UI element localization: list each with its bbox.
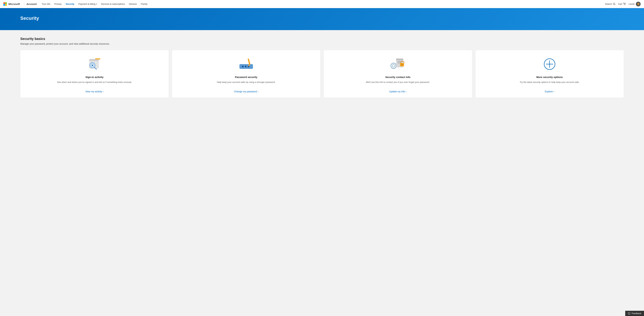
sign-in-activity-icon [86, 56, 103, 72]
nav-services-subscriptions[interactable]: Services & subscriptions [99, 2, 127, 6]
svg-rect-41 [628, 312, 630, 314]
account-label: Account [26, 2, 37, 6]
nav-security[interactable]: Security [64, 2, 76, 6]
main-content: Security basics Manage your password, pr… [0, 30, 644, 108]
more-security-card: More security options Try the latest sec… [476, 50, 624, 98]
feedback-icon [628, 312, 630, 315]
svg-rect-32 [396, 58, 403, 60]
microsoft-logo[interactable]: Microsoft [4, 2, 20, 6]
cart-button[interactable]: Cart [618, 3, 626, 6]
cart-icon [623, 3, 626, 6]
user-menu[interactable]: Lionel 🦁 [628, 2, 640, 6]
more-security-card-title: More security options [536, 76, 563, 78]
nav-devices[interactable]: Devices [127, 2, 138, 6]
sign-in-card-desc: See when and where you've signed in and … [57, 80, 132, 87]
password-card-title: Password security [235, 76, 257, 78]
navbar: Microsoft Account Your info Privacy Secu… [0, 0, 644, 8]
sign-in-card-title: Sign-in activity [86, 76, 104, 78]
change-password-link[interactable]: Change my password › [234, 90, 258, 93]
more-security-card-desc: Try the latest security options to help … [520, 80, 579, 87]
svg-point-36 [401, 64, 403, 65]
contact-card-title: Security contact info [385, 76, 410, 78]
svg-point-19 [242, 66, 244, 67]
password-security-card: Password security Help keep your account… [172, 50, 320, 98]
nav-payment-billing[interactable]: Payment & billing ▾ [77, 2, 98, 6]
svg-rect-22 [248, 58, 250, 65]
svg-point-27 [392, 64, 395, 67]
search-button[interactable]: Search [605, 3, 616, 5]
search-icon [613, 3, 616, 5]
explore-link[interactable]: Explore › [545, 90, 554, 93]
svg-point-2 [624, 5, 624, 5]
security-contact-icon [388, 56, 407, 72]
hero-title: Security [20, 16, 39, 21]
brand-name: Microsoft [8, 2, 20, 6]
svg-line-1 [615, 4, 615, 5]
password-security-icon [237, 56, 256, 72]
password-icon-area [237, 56, 256, 72]
update-info-link[interactable]: Update my info › [389, 90, 406, 93]
more-security-icon [542, 56, 557, 72]
svg-point-26 [391, 63, 396, 68]
svg-rect-13 [95, 58, 100, 60]
hero-banner: Security [0, 8, 644, 30]
svg-point-3 [625, 5, 625, 5]
svg-rect-34 [398, 62, 400, 63]
nav-your-info[interactable]: Your info [40, 2, 52, 6]
navbar-links: Your info Privacy Security Payment & bil… [40, 2, 605, 6]
svg-point-17 [92, 64, 93, 66]
nav-family[interactable]: Family [139, 2, 149, 6]
feedback-button[interactable]: Feedback [625, 311, 644, 316]
sign-in-icon-area [86, 56, 103, 72]
more-security-icon-area [542, 56, 557, 72]
password-card-desc: Help keep your account safer by using a … [217, 80, 276, 87]
contact-card-desc: We'll use this info to contact you if yo… [366, 80, 430, 87]
svg-point-20 [245, 66, 246, 67]
security-contact-card: Security contact info We'll use this inf… [324, 50, 472, 98]
navbar-divider [24, 2, 24, 6]
navbar-right: Search Cart Lionel 🦁 [605, 2, 640, 6]
nav-privacy[interactable]: Privacy [52, 2, 63, 6]
cards-grid: Sign-in activity See when and where you'… [20, 50, 624, 98]
sign-in-activity-card: Sign-in activity See when and where you'… [20, 50, 169, 98]
ms-logo-icon [4, 2, 7, 6]
contact-icon-area [388, 56, 407, 72]
view-activity-link[interactable]: View my activity › [85, 90, 104, 93]
section-subtitle: Manage your password, protect your accou… [20, 42, 624, 45]
user-avatar: 🦁 [636, 2, 640, 6]
svg-point-0 [613, 3, 615, 5]
section-title: Security basics [20, 37, 624, 41]
dropdown-arrow-icon: ▾ [96, 3, 97, 5]
svg-rect-33 [398, 61, 401, 62]
